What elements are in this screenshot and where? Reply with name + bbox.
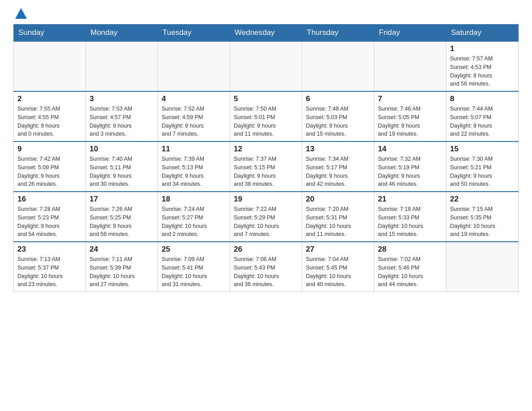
day-number: 18 — [162, 195, 226, 204]
calendar-cell: 15Sunrise: 7:30 AMSunset: 5:21 PMDayligh… — [446, 141, 519, 192]
day-number: 13 — [306, 145, 370, 154]
weekday-header-thursday: Thursday — [302, 25, 374, 42]
calendar-cell — [446, 242, 519, 292]
day-number: 6 — [306, 94, 370, 103]
day-number: 19 — [234, 195, 298, 204]
day-number: 17 — [90, 195, 154, 204]
calendar-cell: 7Sunrise: 7:46 AMSunset: 5:05 PMDaylight… — [374, 91, 446, 141]
day-info: Sunrise: 7:34 AMSunset: 5:17 PMDaylight:… — [306, 155, 370, 188]
svg-marker-0 — [15, 8, 27, 19]
day-info: Sunrise: 7:28 AMSunset: 5:23 PMDaylight:… — [17, 205, 82, 239]
day-number: 7 — [378, 94, 442, 103]
calendar-cell — [14, 41, 86, 91]
calendar-cell: 28Sunrise: 7:02 AMSunset: 5:46 PMDayligh… — [374, 242, 446, 292]
weekday-header-sunday: Sunday — [14, 25, 86, 42]
calendar-cell — [302, 41, 374, 91]
day-info: Sunrise: 7:55 AMSunset: 4:55 PMDaylight:… — [17, 105, 82, 138]
day-info: Sunrise: 7:32 AMSunset: 5:19 PMDaylight:… — [378, 155, 442, 188]
logo-triangle-icon — [14, 7, 28, 20]
day-info: Sunrise: 7:30 AMSunset: 5:21 PMDaylight:… — [450, 155, 515, 188]
calendar-cell: 5Sunrise: 7:50 AMSunset: 5:01 PMDaylight… — [230, 91, 302, 141]
day-number: 2 — [17, 94, 82, 103]
calendar-week-row: 16Sunrise: 7:28 AMSunset: 5:23 PMDayligh… — [14, 192, 519, 242]
day-info: Sunrise: 7:11 AMSunset: 5:39 PMDaylight:… — [90, 255, 154, 289]
day-info: Sunrise: 7:02 AMSunset: 5:46 PMDaylight:… — [378, 255, 442, 289]
calendar-cell: 11Sunrise: 7:39 AMSunset: 5:13 PMDayligh… — [158, 141, 230, 192]
day-info: Sunrise: 7:06 AMSunset: 5:43 PMDaylight:… — [234, 255, 298, 289]
calendar-cell: 25Sunrise: 7:09 AMSunset: 5:41 PMDayligh… — [158, 242, 230, 292]
day-info: Sunrise: 7:39 AMSunset: 5:13 PMDaylight:… — [162, 155, 226, 188]
day-number: 24 — [90, 245, 154, 254]
day-number: 27 — [306, 245, 370, 254]
day-number: 14 — [378, 145, 442, 154]
day-number: 25 — [162, 245, 226, 254]
calendar-cell: 27Sunrise: 7:04 AMSunset: 5:45 PMDayligh… — [302, 242, 374, 292]
calendar-week-row: 2Sunrise: 7:55 AMSunset: 4:55 PMDaylight… — [14, 91, 519, 141]
day-info: Sunrise: 7:18 AMSunset: 5:33 PMDaylight:… — [378, 205, 442, 239]
day-info: Sunrise: 7:52 AMSunset: 4:59 PMDaylight:… — [162, 105, 226, 138]
day-number: 12 — [234, 145, 298, 154]
calendar-cell — [86, 41, 158, 91]
calendar-cell: 12Sunrise: 7:37 AMSunset: 5:15 PMDayligh… — [230, 141, 302, 192]
day-info: Sunrise: 7:04 AMSunset: 5:45 PMDaylight:… — [306, 255, 370, 289]
calendar-header-row: SundayMondayTuesdayWednesdayThursdayFrid… — [14, 25, 519, 42]
calendar-cell: 22Sunrise: 7:15 AMSunset: 5:35 PMDayligh… — [446, 192, 519, 242]
day-info: Sunrise: 7:48 AMSunset: 5:03 PMDaylight:… — [306, 105, 370, 138]
day-number: 22 — [450, 195, 515, 204]
calendar-cell: 23Sunrise: 7:13 AMSunset: 5:37 PMDayligh… — [14, 242, 86, 292]
day-info: Sunrise: 7:40 AMSunset: 5:11 PMDaylight:… — [90, 155, 154, 188]
calendar-cell — [158, 41, 230, 91]
day-info: Sunrise: 7:57 AMSunset: 4:53 PMDaylight:… — [450, 55, 515, 88]
day-number: 10 — [90, 145, 154, 154]
calendar-cell: 1Sunrise: 7:57 AMSunset: 4:53 PMDaylight… — [446, 41, 519, 91]
calendar-cell — [374, 41, 446, 91]
day-number: 28 — [378, 245, 442, 254]
calendar-table: SundayMondayTuesdayWednesdayThursdayFrid… — [13, 24, 519, 292]
day-number: 21 — [378, 195, 442, 204]
weekday-header-tuesday: Tuesday — [158, 25, 230, 42]
day-info: Sunrise: 7:44 AMSunset: 5:07 PMDaylight:… — [450, 105, 515, 138]
calendar-cell: 20Sunrise: 7:20 AMSunset: 5:31 PMDayligh… — [302, 192, 374, 242]
calendar-cell: 2Sunrise: 7:55 AMSunset: 4:55 PMDaylight… — [14, 91, 86, 141]
calendar-cell: 21Sunrise: 7:18 AMSunset: 5:33 PMDayligh… — [374, 192, 446, 242]
calendar-week-row: 1Sunrise: 7:57 AMSunset: 4:53 PMDaylight… — [14, 41, 519, 91]
calendar-cell: 10Sunrise: 7:40 AMSunset: 5:11 PMDayligh… — [86, 141, 158, 192]
weekday-header-saturday: Saturday — [446, 25, 519, 42]
day-info: Sunrise: 7:09 AMSunset: 5:41 PMDaylight:… — [162, 255, 226, 289]
day-info: Sunrise: 7:24 AMSunset: 5:27 PMDaylight:… — [162, 205, 226, 239]
day-number: 20 — [306, 195, 370, 204]
calendar-cell: 8Sunrise: 7:44 AMSunset: 5:07 PMDaylight… — [446, 91, 519, 141]
day-info: Sunrise: 7:22 AMSunset: 5:29 PMDaylight:… — [234, 205, 298, 239]
day-info: Sunrise: 7:50 AMSunset: 5:01 PMDaylight:… — [234, 105, 298, 138]
calendar-cell: 3Sunrise: 7:53 AMSunset: 4:57 PMDaylight… — [86, 91, 158, 141]
calendar-cell: 16Sunrise: 7:28 AMSunset: 5:23 PMDayligh… — [14, 192, 86, 242]
weekday-header-monday: Monday — [86, 25, 158, 42]
day-number: 15 — [450, 145, 515, 154]
calendar-cell: 13Sunrise: 7:34 AMSunset: 5:17 PMDayligh… — [302, 141, 374, 192]
calendar-cell: 9Sunrise: 7:42 AMSunset: 5:09 PMDaylight… — [14, 141, 86, 192]
day-number: 9 — [17, 145, 82, 154]
calendar-cell: 26Sunrise: 7:06 AMSunset: 5:43 PMDayligh… — [230, 242, 302, 292]
day-number: 5 — [234, 94, 298, 103]
day-number: 1 — [450, 44, 515, 53]
page-header — [13, 9, 519, 20]
day-info: Sunrise: 7:13 AMSunset: 5:37 PMDaylight:… — [17, 255, 82, 289]
calendar-cell: 19Sunrise: 7:22 AMSunset: 5:29 PMDayligh… — [230, 192, 302, 242]
day-info: Sunrise: 7:15 AMSunset: 5:35 PMDaylight:… — [450, 205, 515, 239]
day-number: 23 — [17, 245, 82, 254]
weekday-header-wednesday: Wednesday — [230, 25, 302, 42]
day-info: Sunrise: 7:26 AMSunset: 5:25 PMDaylight:… — [90, 205, 154, 239]
calendar-cell: 4Sunrise: 7:52 AMSunset: 4:59 PMDaylight… — [158, 91, 230, 141]
day-number: 3 — [90, 94, 154, 103]
calendar-cell: 17Sunrise: 7:26 AMSunset: 5:25 PMDayligh… — [86, 192, 158, 242]
day-number: 16 — [17, 195, 82, 204]
day-info: Sunrise: 7:37 AMSunset: 5:15 PMDaylight:… — [234, 155, 298, 188]
logo — [13, 9, 28, 20]
day-number: 4 — [162, 94, 226, 103]
day-info: Sunrise: 7:53 AMSunset: 4:57 PMDaylight:… — [90, 105, 154, 138]
calendar-cell: 24Sunrise: 7:11 AMSunset: 5:39 PMDayligh… — [86, 242, 158, 292]
day-info: Sunrise: 7:20 AMSunset: 5:31 PMDaylight:… — [306, 205, 370, 239]
calendar-cell: 6Sunrise: 7:48 AMSunset: 5:03 PMDaylight… — [302, 91, 374, 141]
day-number: 8 — [450, 94, 515, 103]
day-number: 26 — [234, 245, 298, 254]
